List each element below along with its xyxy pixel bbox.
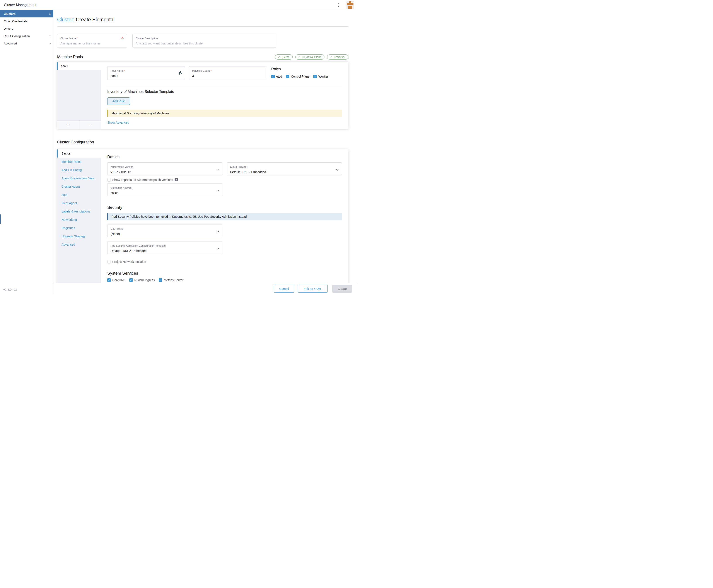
avatar-icon[interactable]: [346, 1, 354, 9]
pool-name-input[interactable]: [110, 74, 178, 78]
cis-profile-value: (None): [110, 232, 219, 236]
checkbox-checked-icon: ✓: [129, 278, 133, 282]
main-scroll[interactable]: Cluster: Create Elemental Cluster Name* …: [54, 10, 356, 283]
role-checkbox-worker[interactable]: ✓ Worker: [313, 75, 328, 78]
container-network-select[interactable]: Container Network calico: [107, 183, 222, 196]
required-asterisk: *: [77, 37, 78, 40]
sidebar: Clusters 1 Cloud Credentials Drivers RKE…: [0, 10, 54, 294]
machine-count-input[interactable]: [192, 74, 259, 78]
cluster-name-input[interactable]: [60, 42, 121, 45]
cluster-description-input[interactable]: [136, 42, 266, 45]
project-network-isolation-checkbox[interactable]: Project Network Isolation: [107, 260, 146, 264]
cluster-name-field[interactable]: Cluster Name* ⚠: [57, 34, 127, 48]
role-checkbox-control-plane[interactable]: ✓ Control Plane: [286, 75, 309, 78]
psa-template-row: Pod Security Admission Configuration Tem…: [107, 241, 342, 254]
config-nav-upgrade-strategy[interactable]: Upgrade Strategy: [57, 232, 101, 240]
pool-name-field[interactable]: Pool Name*: [107, 66, 185, 80]
cancel-button[interactable]: Cancel: [273, 285, 294, 293]
role-checkbox-etcd[interactable]: ✓ etcd: [271, 75, 282, 78]
sidebar-item-rke1-configuration[interactable]: RKE1 Configuration ›: [0, 32, 53, 40]
sidebar-item-advanced[interactable]: Advanced ›: [0, 40, 53, 47]
role-count-badges: ✓ 3 etcd ✓ 3 Control Plane ✓ 3 Worker: [275, 55, 348, 60]
machine-count-label: Machine Count *: [192, 69, 212, 72]
pool-tab-actions: + −: [57, 121, 101, 129]
config-nav-etcd[interactable]: etcd: [57, 191, 101, 199]
nginx-ingress-checkbox[interactable]: ✓ NGINX Ingress: [129, 278, 155, 282]
config-nav-add-on-config[interactable]: Add-On Config: [57, 166, 101, 174]
checkbox-checked-icon: ✓: [271, 75, 275, 78]
checkbox-unchecked-icon: [107, 178, 111, 182]
kubernetes-version-select[interactable]: Kubernetes Version v1.27.7+rke2r2: [107, 162, 222, 175]
sidebar-item-drivers[interactable]: Drivers: [0, 25, 53, 32]
warning-icon: ⚠: [121, 36, 124, 40]
machine-pools-heading: Machine Pools: [57, 55, 83, 59]
psa-template-value: Default - RKE2 Embedded: [110, 249, 219, 253]
body-layout: Clusters 1 Cloud Credentials Drivers RKE…: [0, 10, 356, 294]
machine-count-field[interactable]: Machine Count *: [189, 66, 266, 80]
worker-count-badge: ✓ 3 Worker: [327, 55, 348, 60]
add-pool-button[interactable]: +: [57, 121, 79, 129]
sidebar-item-cloud-credentials[interactable]: Cloud Credentials: [0, 17, 53, 25]
psa-template-select[interactable]: Pod Security Admission Configuration Tem…: [107, 241, 222, 254]
config-nav-registries[interactable]: Registries: [57, 224, 101, 232]
config-nav-labels-annotations[interactable]: Labels & Annotations: [57, 207, 101, 215]
roles-heading: Roles: [271, 67, 328, 71]
pool-detail-panel: Pool Name*: [101, 62, 348, 129]
config-nav-basics[interactable]: Basics: [57, 149, 101, 158]
cloud-provider-select[interactable]: Cloud Provider Default - RKE2 Embedded: [227, 162, 342, 175]
config-nav-member-roles[interactable]: Member Roles: [57, 158, 101, 166]
show-deprecated-checkbox[interactable]: Show deprecated Kubernetes patch version…: [107, 178, 173, 182]
cluster-identity-fields: Cluster Name* ⚠ Cluster Description: [57, 34, 348, 48]
coredns-checkbox[interactable]: ✓ CoreDNS: [107, 278, 125, 282]
main-area: Cluster: Create Elemental Cluster Name* …: [54, 10, 356, 294]
cis-profile-select[interactable]: CIS Profile (None): [107, 224, 222, 237]
metrics-server-checkbox[interactable]: ✓ Metrics Server: [159, 278, 183, 282]
container-network-row: Container Network calico: [107, 183, 342, 196]
randomize-bars-icon[interactable]: [179, 71, 182, 75]
checkbox-checked-icon: ✓: [313, 75, 317, 78]
pod-security-banner: Pod Security Policies have been removed …: [107, 213, 342, 220]
config-body: Basics Kubernetes Version v1.27.7+rke2r2…: [101, 149, 348, 283]
kebab-menu-icon[interactable]: ⋮: [335, 2, 342, 8]
roles-section: Roles ✓ etcd ✓ Control Plane: [271, 66, 328, 78]
show-advanced-link[interactable]: Show Advanced: [107, 121, 129, 124]
info-tooltip-icon[interactable]: i: [175, 178, 178, 181]
selector-template-heading: Inventory of Machines Selector Template: [107, 89, 342, 94]
add-rule-button[interactable]: Add Rule: [107, 98, 130, 105]
check-icon: ✓: [298, 56, 301, 59]
system-services-heading: System Services: [107, 271, 342, 276]
cluster-name-label: Cluster Name*: [60, 37, 78, 40]
pool-tab-pool1[interactable]: pool1: [57, 62, 101, 70]
chevron-right-icon: ›: [49, 41, 50, 45]
check-icon: ✓: [330, 56, 332, 59]
action-bar: Cancel Edit as YAML Create: [54, 283, 356, 294]
avatar-shape: [348, 6, 352, 9]
required-asterisk: *: [124, 69, 125, 72]
edit-as-yaml-button[interactable]: Edit as YAML: [298, 285, 327, 293]
config-nav-fleet-agent[interactable]: Fleet Agent: [57, 199, 101, 207]
cis-profile-label: CIS Profile: [110, 227, 123, 230]
create-button[interactable]: Create: [332, 285, 352, 293]
kubernetes-version-label: Kubernetes Version: [110, 165, 134, 168]
psa-template-label: Pod Security Admission Configuration Tem…: [110, 244, 166, 247]
config-nav-networking[interactable]: Networking: [57, 215, 101, 224]
pool-name-label: Pool Name*: [110, 69, 125, 72]
remove-pool-button[interactable]: −: [79, 121, 101, 129]
pool-tabs-column: pool1 + −: [57, 62, 101, 129]
cluster-configuration-card: Basics Member Roles Add-On Config Agent …: [57, 149, 348, 283]
project-network-isolation-row: Project Network Isolation: [107, 260, 342, 264]
app-root: Cluster Management ⋮ Clusters 1 Cloud Cr…: [0, 0, 356, 294]
sidebar-item-label: Advanced: [4, 42, 17, 45]
config-nav-advanced[interactable]: Advanced: [57, 240, 101, 249]
config-nav-cluster-agent[interactable]: Cluster Agent: [57, 183, 101, 191]
cluster-description-field[interactable]: Cluster Description: [133, 34, 276, 48]
show-deprecated-row: Show deprecated Kubernetes patch version…: [107, 178, 342, 182]
sidebar-item-clusters[interactable]: Clusters 1: [0, 10, 53, 17]
cloud-provider-value: Default - RKE2 Embedded: [230, 170, 339, 174]
config-nav-agent-environment-vars[interactable]: Agent Environment Vars: [57, 174, 101, 183]
machine-pool-card: pool1 + − Pool Name*: [57, 62, 348, 129]
version-label: v2.8.0-rc3: [3, 288, 17, 291]
sidebar-item-label: RKE1 Configuration: [4, 35, 30, 38]
left-scroll-indicator: [0, 214, 1, 224]
control-plane-count-badge: ✓ 3 Control Plane: [295, 55, 325, 60]
